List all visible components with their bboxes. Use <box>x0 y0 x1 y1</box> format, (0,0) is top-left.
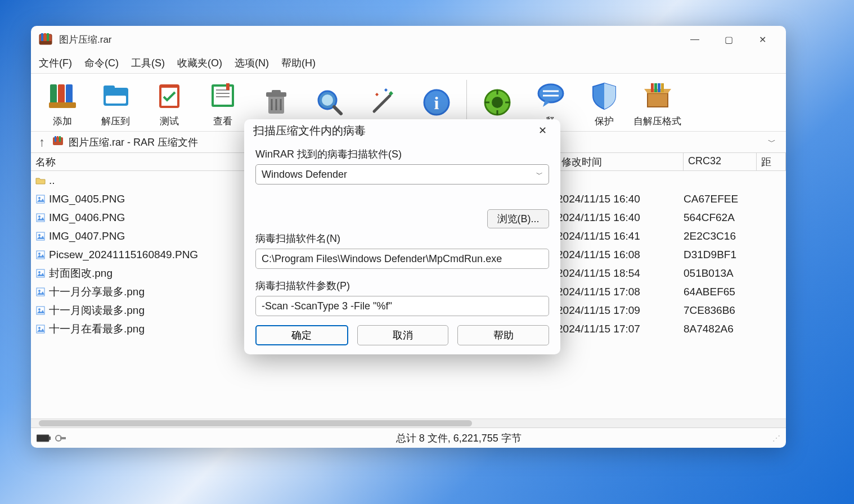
file-name: 十一月分享最多.png <box>49 285 145 299</box>
dialog-body: WinRAR 找到的病毒扫描软件(S) Windows Defender ﹀ 浏… <box>244 142 560 316</box>
svg-rect-3 <box>47 33 49 41</box>
svg-line-29 <box>374 96 390 111</box>
svg-rect-67 <box>49 436 51 440</box>
svg-rect-48 <box>57 136 59 142</box>
window-title: 图片压缩.rar <box>59 33 112 46</box>
svg-rect-6 <box>58 84 65 105</box>
toolbar-find[interactable] <box>303 82 356 123</box>
resize-grip[interactable]: ⋰ <box>772 434 780 443</box>
titlebar[interactable]: 图片压缩.rar — ▢ ✕ <box>31 26 786 53</box>
scanner-name-input[interactable]: C:\Program Files\Windows Defender\MpCmdR… <box>255 249 549 269</box>
virus-scan-icon <box>479 84 515 120</box>
svg-rect-44 <box>658 83 660 92</box>
maximize-button[interactable]: ▢ <box>712 28 745 51</box>
image-file-icon <box>35 268 46 278</box>
toolbar-scan[interactable] <box>470 82 524 123</box>
toolbar-extract-label: 解压到 <box>101 115 130 128</box>
file-date: 2024/11/15 17:09 <box>557 304 684 317</box>
toolbar-view[interactable]: 查看 <box>196 75 249 130</box>
svg-rect-4 <box>39 41 52 44</box>
param-label: 病毒扫描软件参数(P) <box>255 279 549 292</box>
toolbar-info[interactable]: i <box>410 82 463 123</box>
column-ext[interactable]: 距 <box>757 153 786 170</box>
svg-point-57 <box>38 253 41 255</box>
scanner-param-input[interactable]: -Scan -ScanType 3 -File "%f" <box>255 296 549 316</box>
file-name: 封面图改.png <box>49 266 113 281</box>
close-button[interactable]: ✕ <box>745 28 779 51</box>
scanner-param-value: -Scan -ScanType 3 -File "%f" <box>262 300 392 312</box>
image-file-icon <box>35 231 46 241</box>
ok-button[interactable]: 确定 <box>255 325 348 345</box>
folder-archive-icon <box>98 78 134 114</box>
virus-scan-dialog: 扫描压缩文件内的病毒 ✕ WinRAR 找到的病毒扫描软件(S) Windows… <box>244 119 560 354</box>
menu-file[interactable]: 文件(F) <box>37 54 74 72</box>
image-file-icon <box>35 305 46 316</box>
toolbar-delete[interactable] <box>249 82 303 123</box>
dialog-titlebar[interactable]: 扫描压缩文件内的病毒 ✕ <box>244 119 560 142</box>
menu-tools[interactable]: 工具(S) <box>129 54 167 72</box>
toolbar-view-label: 查看 <box>213 115 232 128</box>
image-file-icon <box>35 213 46 223</box>
menu-options[interactable]: 选项(N) <box>232 54 271 72</box>
svg-rect-41 <box>648 93 668 107</box>
svg-rect-2 <box>44 33 46 41</box>
file-name: Picsew_20241115160849.PNG <box>49 249 198 261</box>
up-button[interactable]: ↑ <box>37 135 47 150</box>
svg-rect-10 <box>104 86 115 91</box>
svg-rect-47 <box>55 136 56 142</box>
toolbar-add[interactable]: 添加 <box>35 75 89 130</box>
books-add-icon <box>44 78 80 114</box>
toolbar-separator <box>466 80 467 125</box>
file-crc: D31D9BF1 <box>684 249 757 261</box>
svg-point-55 <box>38 234 41 236</box>
cancel-button[interactable]: 取消 <box>357 325 449 345</box>
browse-button[interactable]: 浏览(B)... <box>487 209 549 228</box>
column-date[interactable]: 修改时间 <box>557 153 684 170</box>
menu-favorites[interactable]: 收藏夹(O) <box>175 54 224 72</box>
book-open-icon <box>205 78 241 114</box>
svg-point-27 <box>322 94 333 106</box>
horizontal-scrollbar[interactable] <box>31 418 786 428</box>
dialog-close-button[interactable]: ✕ <box>534 122 551 139</box>
toolbar-sfx[interactable]: 自解压格式 <box>631 75 684 130</box>
image-file-icon <box>35 250 46 260</box>
statusbar: 总计 8 文件, 6,221,755 字节 ⋰ <box>31 428 786 448</box>
menu-command[interactable]: 命令(C) <box>82 54 121 72</box>
image-file-icon <box>35 324 46 334</box>
file-crc: 64ABEF65 <box>684 286 757 298</box>
file-name: 十一月在看最多.png <box>49 322 145 336</box>
svg-rect-45 <box>661 83 664 92</box>
menu-help[interactable]: 帮助(H) <box>279 54 318 72</box>
file-crc: 2E2C3C16 <box>684 230 757 242</box>
toolbar-wizard[interactable] <box>356 82 410 123</box>
svg-point-51 <box>38 197 41 199</box>
file-crc: 8A7482A6 <box>684 323 757 335</box>
magic-wand-icon <box>365 84 401 120</box>
svg-line-28 <box>334 107 341 114</box>
path-text[interactable]: 图片压缩.rar - RAR 压缩文件 <box>69 136 198 149</box>
toolbar-sfx-label: 自解压格式 <box>633 115 681 128</box>
chevron-down-icon: ﹀ <box>536 170 543 179</box>
file-name: IMG_0406.PNG <box>49 212 125 224</box>
toolbar-extract[interactable]: 解压到 <box>89 75 142 130</box>
column-crc[interactable]: CRC32 <box>684 153 757 170</box>
toolbar-protect-label: 保护 <box>595 115 614 128</box>
toolbar-protect[interactable]: 保护 <box>577 75 631 130</box>
path-dropdown-icon[interactable]: ﹀ <box>763 137 780 147</box>
svg-point-38 <box>538 84 563 102</box>
scrollbar-thumb[interactable] <box>39 420 472 426</box>
svg-rect-1 <box>41 33 43 41</box>
toolbar-add-label: 添加 <box>53 115 72 128</box>
help-button[interactable]: 帮助 <box>457 325 549 345</box>
minimize-button[interactable]: — <box>678 28 712 51</box>
file-crc: 564CF62A <box>684 212 757 224</box>
window-controls: — ▢ ✕ <box>678 28 779 51</box>
svg-rect-8 <box>49 102 76 108</box>
scanner-combo[interactable]: Windows Defender ﹀ <box>255 164 549 184</box>
svg-point-33 <box>492 97 503 108</box>
svg-rect-49 <box>59 136 61 142</box>
toolbar-test[interactable]: 测试 <box>142 75 196 130</box>
scanner-name-value: C:\Program Files\Windows Defender\MpCmdR… <box>262 253 502 265</box>
file-date: 2024/11/15 16:40 <box>557 212 684 224</box>
file-name: IMG_0405.PNG <box>49 193 125 205</box>
